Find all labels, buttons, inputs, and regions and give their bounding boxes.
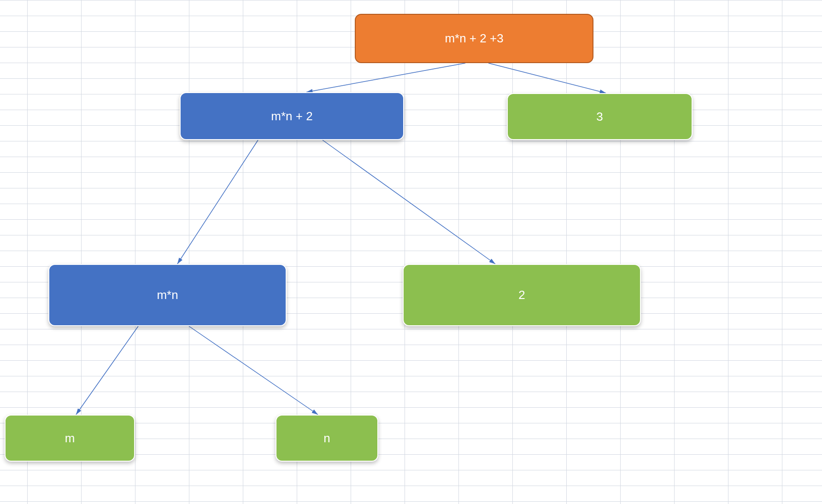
svg-line-2 (177, 140, 258, 264)
node-n[interactable]: n (276, 415, 378, 462)
svg-line-0 (306, 63, 465, 92)
node-m[interactable]: m (5, 415, 135, 462)
node-three-label: 3 (596, 110, 603, 124)
node-root-label: m*n + 2 +3 (445, 31, 503, 46)
node-m-label: m (65, 431, 75, 445)
node-mn2-label: m*n + 2 (271, 109, 312, 123)
node-root[interactable]: m*n + 2 +3 (355, 14, 593, 63)
svg-line-5 (189, 326, 318, 415)
node-mn-label: m*n (157, 288, 178, 302)
svg-line-1 (488, 63, 606, 93)
node-mn2[interactable]: m*n + 2 (180, 92, 404, 140)
node-n-label: n (323, 431, 330, 445)
diagram-canvas: m*n + 2 +3 m*n + 2 3 m*n 2 m n (0, 0, 822, 504)
node-two[interactable]: 2 (403, 264, 641, 326)
svg-line-4 (76, 326, 138, 415)
node-three[interactable]: 3 (507, 93, 693, 140)
node-mn[interactable]: m*n (48, 264, 287, 326)
svg-line-3 (323, 140, 495, 264)
node-two-label: 2 (518, 288, 525, 302)
